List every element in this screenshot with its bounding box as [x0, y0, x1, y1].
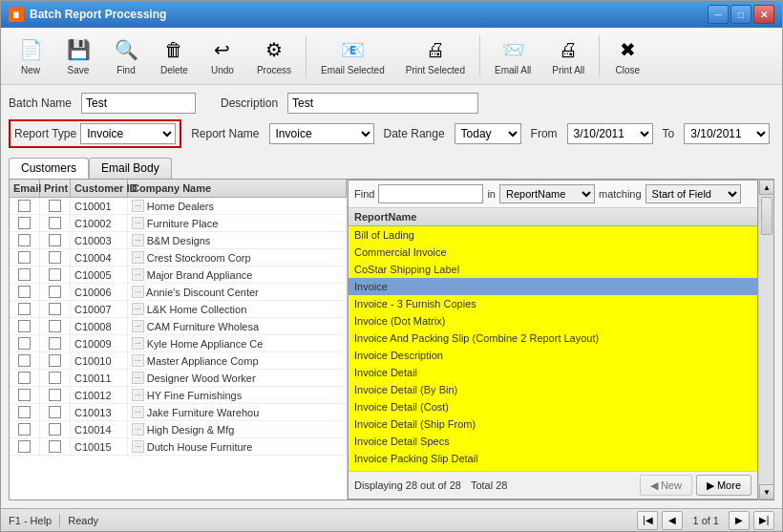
report-name-select[interactable]: Invoice [269, 123, 374, 144]
report-item[interactable]: Commercial Invoice [349, 244, 757, 261]
nav-last-button[interactable]: ▶| [753, 511, 774, 530]
email-checkbox[interactable] [18, 423, 31, 436]
from-date-select[interactable]: 3/10/2011 [567, 123, 653, 144]
email-checkbox[interactable] [18, 303, 31, 315]
table-row[interactable]: C10011 ··· Designer Wood Worker [10, 370, 347, 387]
dots-button[interactable]: ··· [132, 200, 144, 212]
dots-button[interactable]: ··· [132, 303, 144, 315]
dots-button[interactable]: ··· [132, 217, 144, 229]
dots-button[interactable]: ··· [132, 286, 144, 298]
report-item[interactable]: Invoice [349, 278, 757, 295]
tab-email-body[interactable]: Email Body [89, 158, 172, 179]
table-row[interactable]: C10001 ··· Home Dealers [10, 198, 347, 215]
scroll-thumb[interactable] [761, 197, 772, 235]
dots-button[interactable]: ··· [132, 268, 144, 281]
dots-button[interactable]: ··· [132, 372, 144, 384]
dots-button[interactable]: ··· [132, 406, 144, 418]
print-checkbox[interactable] [49, 200, 61, 212]
print-checkbox[interactable] [49, 268, 61, 281]
email-all-button[interactable]: 📨 Email All [486, 32, 540, 80]
print-checkbox[interactable] [49, 217, 61, 229]
close-button[interactable]: ✖ Close [605, 32, 649, 80]
description-input[interactable] [287, 93, 478, 114]
dots-button[interactable]: ··· [132, 337, 144, 350]
batch-name-input[interactable] [81, 93, 196, 114]
print-selected-button[interactable]: 🖨 Print Selected [397, 32, 474, 80]
report-item[interactable]: Invoice And Packing Slip (Combine 2 Repo… [349, 330, 757, 347]
dots-button[interactable]: ··· [132, 440, 144, 453]
table-row[interactable]: C10007 ··· L&K Home Collection [10, 301, 347, 318]
table-row[interactable]: C10010 ··· Master Appliance Comp [10, 352, 347, 370]
report-item[interactable]: Invoice Detail [349, 364, 757, 381]
dots-button[interactable]: ··· [132, 234, 144, 246]
email-checkbox[interactable] [18, 320, 31, 332]
list-new-button[interactable]: ◀ New [640, 475, 692, 496]
print-checkbox[interactable] [49, 251, 61, 264]
nav-prev-button[interactable]: ◀ [662, 511, 683, 530]
print-checkbox[interactable] [49, 303, 61, 315]
table-row[interactable]: C10004 ··· Crest Stockroom Corp [10, 249, 347, 266]
close-window-button[interactable]: ✕ [753, 5, 774, 24]
minimize-button[interactable]: ─ [708, 5, 729, 24]
report-item[interactable]: Invoice Description [349, 347, 757, 364]
report-item[interactable]: Invoice Packing Slip Detail [349, 450, 757, 467]
find-input[interactable] [378, 184, 483, 203]
table-row[interactable]: C10015 ··· Dutch House Furniture [10, 438, 347, 456]
email-checkbox[interactable] [18, 372, 31, 384]
scroll-down-button[interactable]: ▼ [759, 484, 774, 500]
delete-button[interactable]: 🗑 Delete [152, 32, 197, 80]
dots-button[interactable]: ··· [132, 251, 144, 264]
email-checkbox[interactable] [18, 268, 31, 281]
table-row[interactable]: C10008 ··· CAM Furniture Wholesa [10, 318, 347, 335]
print-checkbox[interactable] [49, 234, 61, 246]
print-checkbox[interactable] [49, 337, 61, 350]
email-checkbox[interactable] [18, 286, 31, 298]
report-item[interactable]: CoStar Shipping Label [349, 261, 757, 278]
dots-button[interactable]: ··· [132, 423, 144, 436]
report-item[interactable]: Invoice Detail (Ship From) [349, 415, 757, 433]
table-row[interactable]: C10003 ··· B&M Designs [10, 232, 347, 249]
email-checkbox[interactable] [18, 200, 31, 212]
email-checkbox[interactable] [18, 440, 31, 453]
nav-first-button[interactable]: |◀ [637, 511, 658, 530]
table-row[interactable]: C10005 ··· Major Brand Appliance [10, 266, 347, 284]
undo-button[interactable]: ↩ Undo [201, 32, 244, 80]
email-checkbox[interactable] [18, 217, 31, 229]
email-checkbox[interactable] [18, 389, 31, 401]
print-all-button[interactable]: 🖨 Print All [543, 32, 593, 80]
date-range-select[interactable]: Today [455, 123, 521, 144]
report-item[interactable]: Invoice Detail (By Bin) [349, 381, 757, 398]
scroll-up-button[interactable]: ▲ [759, 180, 774, 195]
report-type-select[interactable]: Invoice [80, 123, 176, 144]
email-checkbox[interactable] [18, 406, 31, 418]
dots-button[interactable]: ··· [132, 354, 144, 367]
print-checkbox[interactable] [49, 354, 61, 367]
print-checkbox[interactable] [49, 406, 61, 418]
table-row[interactable]: C10002 ··· Furniture Place [10, 215, 347, 232]
save-button[interactable]: 💾 Save [56, 32, 100, 80]
tab-customers[interactable]: Customers [9, 158, 89, 179]
report-item[interactable]: Invoice (Dot Matrix) [349, 312, 757, 330]
print-checkbox[interactable] [49, 286, 61, 298]
new-button[interactable]: 📄 New [9, 32, 53, 80]
report-item[interactable]: Invoice - 3 Furnish Copies [349, 295, 757, 312]
email-checkbox[interactable] [18, 354, 31, 367]
table-row[interactable]: C10012 ··· HY Fine Furnishings [10, 387, 347, 404]
nav-next-button[interactable]: ▶ [729, 511, 750, 530]
table-row[interactable]: C10014 ··· High Design & Mfg [10, 421, 347, 438]
table-row[interactable]: C10013 ··· Jake Furniture Warehou [10, 404, 347, 421]
process-button[interactable]: ⚙ Process [248, 32, 300, 80]
list-more-button[interactable]: ▶ More [696, 475, 751, 496]
maximize-button[interactable]: □ [730, 5, 751, 24]
email-selected-button[interactable]: 📧 Email Selected [312, 32, 393, 80]
find-in-select[interactable]: ReportName [499, 184, 595, 203]
email-checkbox[interactable] [18, 337, 31, 350]
report-item[interactable]: Invoice Detail (Cost) [349, 398, 757, 415]
table-row[interactable]: C10009 ··· Kyle Home Appliance Ce [10, 335, 347, 352]
print-checkbox[interactable] [49, 372, 61, 384]
report-item[interactable]: Bill of Lading [349, 226, 757, 244]
print-checkbox[interactable] [49, 389, 61, 401]
email-checkbox[interactable] [18, 251, 31, 264]
to-date-select[interactable]: 3/10/2011 [684, 123, 770, 144]
print-checkbox[interactable] [49, 423, 61, 436]
